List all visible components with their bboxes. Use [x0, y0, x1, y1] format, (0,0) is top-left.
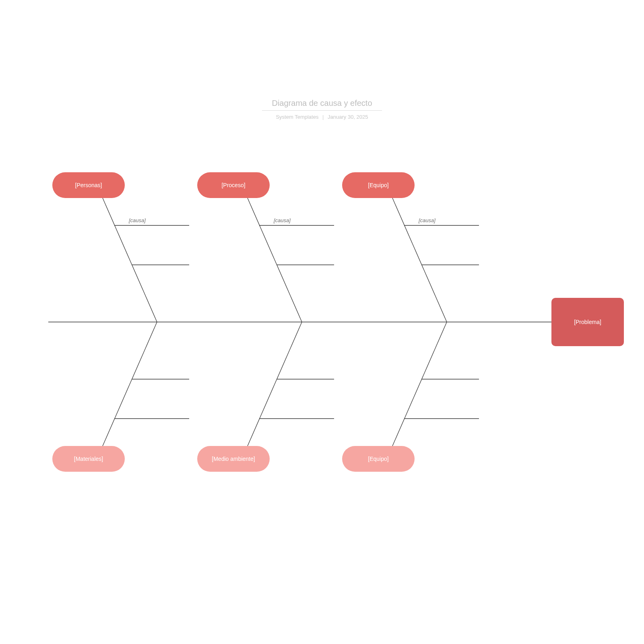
svg-line-4 [103, 322, 157, 446]
cause-label-2: [causa] [274, 217, 291, 223]
category-equipo-bottom[interactable]: [Equipo] [342, 446, 415, 472]
category-label: [Personas] [75, 182, 102, 188]
category-label: [Equipo] [368, 456, 388, 462]
diagram-canvas: Diagrama de causa y efecto System Templa… [0, 0, 644, 644]
problem-box[interactable]: [Problema] [551, 298, 624, 346]
category-medio-ambiente[interactable]: [Medio ambiente] [197, 446, 270, 472]
svg-line-16 [392, 322, 447, 446]
category-equipo-top[interactable]: [Equipo] [342, 172, 415, 198]
category-label: [Equipo] [368, 182, 388, 188]
svg-line-10 [248, 322, 302, 446]
category-label: [Medio ambiente] [212, 456, 255, 462]
category-label: [Materiales] [74, 456, 103, 462]
problem-label: [Problema] [574, 319, 601, 325]
cause-label-1: [causa] [129, 217, 146, 223]
category-materiales[interactable]: [Materiales] [52, 446, 125, 472]
svg-line-1 [103, 198, 157, 322]
category-proceso[interactable]: [Proceso] [197, 172, 270, 198]
svg-line-13 [392, 198, 447, 322]
svg-line-7 [248, 198, 302, 322]
category-personas[interactable]: [Personas] [52, 172, 125, 198]
fishbone-lines [0, 0, 644, 644]
category-label: [Proceso] [221, 182, 245, 188]
cause-label-3: [causa] [419, 217, 436, 223]
